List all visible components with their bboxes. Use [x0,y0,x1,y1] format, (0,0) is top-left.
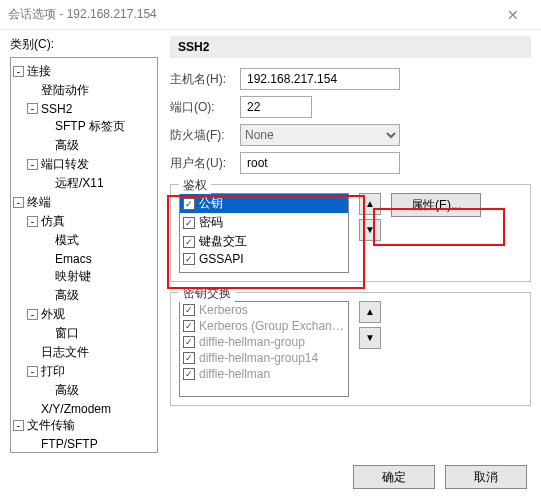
checkbox-icon[interactable] [183,304,195,316]
auth-listbox[interactable]: 公钥 密码 键盘交互 GSSAPI [179,193,349,273]
host-label: 主机名(H): [170,71,240,88]
window-title: 会话选项 - 192.168.217.154 [8,6,493,23]
category-tree[interactable]: -连接 登陆动作 -SSH2 SFTP 标签页 高级 -端口转发 远程/X11 … [10,57,158,453]
tree-node-print[interactable]: 打印 [41,364,65,378]
checkbox-icon[interactable] [183,253,195,265]
user-input[interactable] [240,152,400,174]
checkbox-icon[interactable] [183,336,195,348]
tree-node-emacs[interactable]: Emacs [55,252,92,266]
host-input[interactable] [240,68,400,90]
expand-icon[interactable]: - [13,197,24,208]
tree-node-ftpsftp[interactable]: FTP/SFTP [41,437,98,451]
tree-node-sftp-tab[interactable]: SFTP 标签页 [55,119,125,133]
tree-node-remote-x11[interactable]: 远程/X11 [55,176,104,190]
expand-icon[interactable]: - [27,103,38,114]
expand-icon[interactable]: - [13,66,24,77]
tree-node-portfwd[interactable]: 端口转发 [41,157,89,171]
tree-node-appearance[interactable]: 外观 [41,307,65,321]
dialog-footer: 确定 取消 [0,460,541,494]
category-label: 类别(C): [10,36,158,53]
tree-node-mode[interactable]: 模式 [55,233,79,247]
ok-button[interactable]: 确定 [353,465,435,489]
checkbox-icon[interactable] [183,368,195,380]
port-input[interactable] [240,96,312,118]
port-label: 端口(O): [170,99,240,116]
auth-legend: 鉴权 [179,177,211,194]
tree-node-adv3[interactable]: 高级 [55,383,79,397]
kex-group: 密钥交换 Kerberos Kerberos (Group Exchange) … [170,292,531,406]
auth-item-pubkey[interactable]: 公钥 [180,194,348,213]
checkbox-icon[interactable] [183,236,195,248]
auth-item-password[interactable]: 密码 [180,213,348,232]
firewall-label: 防火墙(F): [170,127,240,144]
tree-node-window[interactable]: 窗口 [55,326,79,340]
expand-icon[interactable]: - [27,366,38,377]
expand-icon[interactable]: - [27,159,38,170]
auth-up-button[interactable]: ▲ [359,193,381,215]
firewall-select[interactable]: None [240,124,400,146]
tree-node-connection[interactable]: 连接 [27,64,51,78]
checkbox-icon[interactable] [183,320,195,332]
kex-item[interactable]: Kerberos (Group Exchange) [180,318,348,334]
expand-icon[interactable]: - [27,216,38,227]
close-icon[interactable]: ✕ [493,7,533,23]
tree-node-login[interactable]: 登陆动作 [41,83,89,97]
kex-item[interactable]: diffie-hellman-group [180,334,348,350]
kex-down-button[interactable]: ▼ [359,327,381,349]
tree-node-mapkeys[interactable]: 映射键 [55,269,91,283]
auth-item-keyboard[interactable]: 键盘交互 [180,232,348,251]
expand-icon[interactable]: - [13,420,24,431]
settings-panel: SSH2 主机名(H): 端口(O): 防火墙(F): None 用户名(U):… [158,36,531,454]
auth-down-button[interactable]: ▼ [359,219,381,241]
cancel-button[interactable]: 取消 [445,465,527,489]
kex-legend: 密钥交换 [179,285,235,302]
tree-node-adv2[interactable]: 高级 [55,288,79,302]
category-pane: 类别(C): -连接 登陆动作 -SSH2 SFTP 标签页 高级 -端口转发 … [10,36,158,454]
expand-icon[interactable]: - [27,309,38,320]
tree-node-advanced[interactable]: 高级 [55,138,79,152]
auth-group: 鉴权 公钥 密码 键盘交互 GSSAPI ▲ ▼ 属性(E)... [170,184,531,282]
kex-item[interactable]: diffie-hellman-group14 [180,350,348,366]
content: 类别(C): -连接 登陆动作 -SSH2 SFTP 标签页 高级 -端口转发 … [0,30,541,460]
kex-listbox[interactable]: Kerberos Kerberos (Group Exchange) diffi… [179,301,349,397]
tree-node-terminal[interactable]: 终端 [27,195,51,209]
tree-node-ssh2[interactable]: SSH2 [41,102,72,116]
auth-item-gssapi[interactable]: GSSAPI [180,251,348,267]
title-bar: 会话选项 - 192.168.217.154 ✕ [0,0,541,30]
tree-node-filetransfer[interactable]: 文件传输 [27,418,75,432]
properties-button[interactable]: 属性(E)... [391,193,481,217]
tree-node-emulation[interactable]: 仿真 [41,214,65,228]
checkbox-icon[interactable] [183,217,195,229]
checkbox-icon[interactable] [183,198,195,210]
kex-up-button[interactable]: ▲ [359,301,381,323]
user-label: 用户名(U): [170,155,240,172]
tree-node-xyz[interactable]: X/Y/Zmodem [41,401,111,415]
kex-item[interactable]: Kerberos [180,302,348,318]
checkbox-icon[interactable] [183,352,195,364]
kex-item[interactable]: diffie-hellman [180,366,348,382]
panel-title: SSH2 [170,36,531,58]
tree-node-logfile[interactable]: 日志文件 [41,345,89,359]
